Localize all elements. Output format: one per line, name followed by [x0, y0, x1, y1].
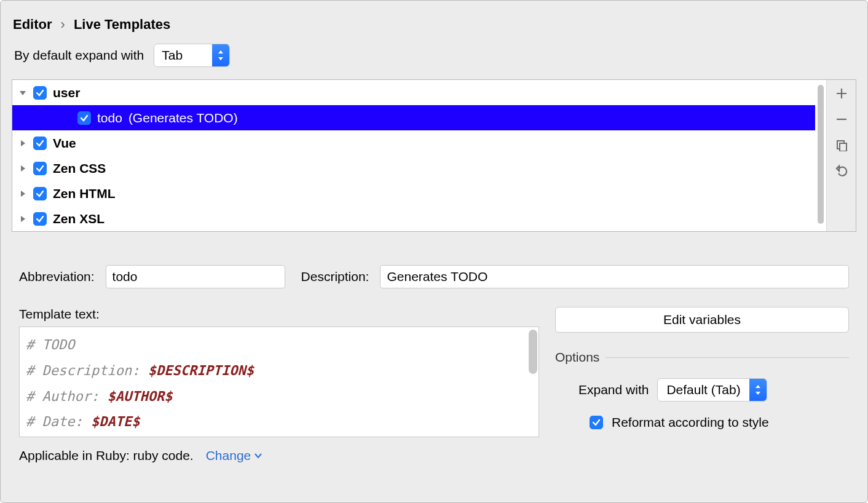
- expand-toggle-icon[interactable]: [18, 89, 27, 97]
- description-input[interactable]: [380, 265, 849, 288]
- tree-group-label: Zen HTML: [53, 186, 115, 201]
- expand-toggle-icon[interactable]: [18, 215, 27, 223]
- options-header: Options: [555, 350, 599, 365]
- chevron-down-icon: [254, 453, 262, 459]
- abbreviation-input[interactable]: [106, 265, 285, 288]
- tree-group-label: Zen XSL: [53, 212, 105, 226]
- checkbox[interactable]: [33, 162, 47, 175]
- checkbox[interactable]: [77, 111, 91, 125]
- add-button[interactable]: [834, 86, 849, 101]
- expand-with-label: Expand with: [578, 382, 649, 397]
- tree-item-desc: (Generates TODO): [128, 111, 238, 125]
- tree-group-label: Zen CSS: [53, 161, 106, 176]
- expand-default-select[interactable]: Tab: [154, 44, 230, 67]
- tree-group-zenhtml[interactable]: Zen HTML: [12, 181, 815, 206]
- expand-with-select[interactable]: Default (Tab): [657, 378, 767, 402]
- tree-group-label: Vue: [53, 136, 76, 151]
- edit-variables-button[interactable]: Edit variables: [555, 307, 849, 333]
- chevron-right-icon: ›: [61, 17, 65, 33]
- checkbox[interactable]: [33, 187, 47, 200]
- revert-button[interactable]: [834, 164, 849, 178]
- template-tree-area: user todo (Generates TODO) Vue: [12, 79, 856, 232]
- expand-toggle-icon[interactable]: [18, 139, 27, 148]
- expand-default-label: By default expand with: [14, 48, 144, 63]
- breadcrumb: Editor › Live Templates: [1, 1, 867, 44]
- abbreviation-label: Abbreviation:: [19, 269, 95, 284]
- description-label: Description:: [301, 269, 369, 284]
- checkbox[interactable]: [33, 212, 47, 226]
- tree-group-vue[interactable]: Vue: [12, 130, 815, 156]
- remove-button[interactable]: [834, 112, 849, 127]
- scrollbar-thumb[interactable]: [818, 85, 824, 224]
- tree-group-user[interactable]: user: [12, 80, 815, 105]
- duplicate-button[interactable]: [834, 138, 849, 152]
- applicable-text: Applicable in Ruby: ruby code.: [19, 448, 194, 463]
- textarea-scrollbar[interactable]: [529, 330, 537, 374]
- tree-item-name: todo: [97, 111, 122, 125]
- tree-scrollbar[interactable]: [815, 80, 826, 231]
- tree-item-todo[interactable]: todo (Generates TODO): [12, 105, 815, 130]
- tree-group-zenxsl[interactable]: Zen XSL: [12, 206, 815, 231]
- tree-group-label: user: [53, 85, 80, 100]
- checkbox[interactable]: [33, 86, 47, 100]
- select-updown-icon: [749, 378, 767, 402]
- checkbox[interactable]: [33, 137, 47, 150]
- expand-toggle-icon[interactable]: [18, 189, 27, 198]
- reformat-checkbox[interactable]: [590, 416, 603, 429]
- tree-toolbar: [826, 80, 856, 231]
- svg-rect-1: [840, 143, 846, 151]
- tree-group-zencss[interactable]: Zen CSS: [12, 156, 815, 181]
- select-updown-icon: [212, 44, 229, 67]
- breadcrumb-current: Live Templates: [74, 17, 170, 33]
- expand-toggle-icon[interactable]: [18, 164, 27, 173]
- change-applicable-link[interactable]: Change: [206, 448, 262, 463]
- reformat-label: Reformat according to style: [612, 415, 769, 430]
- template-text-area[interactable]: # TODO # Description: $DESCRIPTION$ # Au…: [19, 327, 539, 437]
- divider: [606, 357, 849, 358]
- expand-default-value: Tab: [154, 48, 212, 63]
- breadcrumb-parent[interactable]: Editor: [13, 17, 52, 33]
- settings-panel: Editor › Live Templates By default expan…: [0, 0, 868, 503]
- template-tree[interactable]: user todo (Generates TODO) Vue: [12, 80, 815, 231]
- template-text-label: Template text:: [19, 307, 539, 322]
